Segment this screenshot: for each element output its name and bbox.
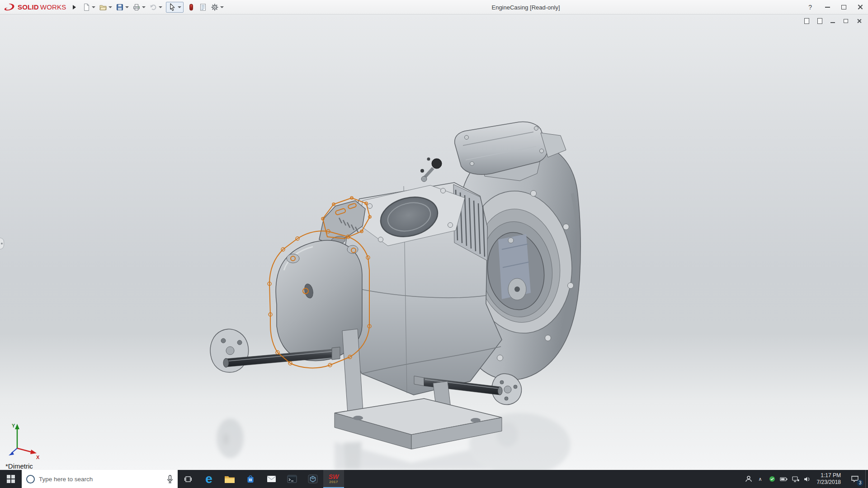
document-window-icon-1[interactable] — [803, 17, 810, 24]
search-input[interactable] — [39, 476, 163, 483]
undo-icon[interactable] — [149, 3, 157, 11]
viewport-3d-model[interactable] — [0, 14, 868, 470]
people-icon — [745, 475, 752, 483]
minimize-button[interactable] — [819, 0, 835, 14]
dassault-systemes-logo-icon — [4, 3, 16, 12]
network-button[interactable] — [790, 470, 802, 488]
system-tray: ∧ — [743, 470, 868, 488]
menu-expand-icon[interactable] — [73, 5, 76, 9]
triad-x-label: X — [36, 455, 40, 459]
solidworks-app-year: 2017 — [329, 480, 338, 484]
new-document-dropdown-icon[interactable] — [92, 6, 95, 8]
print-icon[interactable] — [132, 3, 141, 11]
volume-button[interactable] — [802, 470, 813, 488]
print-dropdown-icon[interactable] — [142, 6, 146, 8]
undo-dropdown-icon[interactable] — [159, 6, 162, 8]
action-center-button[interactable]: 3 — [844, 470, 865, 488]
solidworks-app-icon: SW — [329, 474, 339, 479]
new-document-icon[interactable] — [82, 3, 90, 11]
people-button[interactable] — [743, 470, 755, 488]
rebuild-icon[interactable] — [187, 3, 195, 11]
orientation-triad: Y X — [6, 421, 44, 459]
window-controls: ? — [801, 0, 868, 14]
titlebar: SOLIDWORKS — [0, 0, 868, 14]
folder-icon — [224, 475, 235, 483]
cad-viewer-app-button[interactable] — [302, 470, 323, 488]
options-dropdown-icon[interactable] — [220, 6, 224, 8]
windows-logo-icon — [7, 475, 15, 483]
help-button[interactable]: ? — [801, 4, 819, 11]
edge-icon: e — [205, 473, 212, 485]
doc-minimize-button[interactable] — [829, 17, 836, 24]
speaker-icon — [804, 476, 811, 482]
logo-text-light: WORKS — [40, 3, 66, 11]
clock-date: 7/23/2018 — [817, 479, 841, 486]
doc-close-button[interactable] — [855, 17, 863, 24]
select-dropdown-icon[interactable] — [178, 6, 181, 8]
open-dropdown-icon[interactable] — [108, 6, 112, 8]
document-window-icon-2[interactable] — [816, 17, 823, 24]
view-orientation-label: *Dimetric — [5, 462, 33, 470]
battery-button[interactable] — [778, 470, 790, 488]
start-button[interactable] — [0, 470, 22, 488]
network-icon — [792, 476, 799, 482]
console-app-button[interactable] — [282, 470, 302, 488]
doc-restore-button[interactable] — [842, 17, 849, 24]
microphone-icon[interactable] — [167, 475, 173, 483]
cad-cube-icon — [308, 474, 318, 483]
taskbar-clock[interactable]: 1:17 PM 7/23/2018 — [813, 472, 844, 486]
notification-badge: 3 — [857, 479, 863, 486]
store-bag-icon — [246, 474, 255, 483]
tray-expand-button[interactable]: ∧ — [755, 470, 766, 488]
task-view-icon — [184, 475, 193, 483]
document-window-controls — [803, 17, 863, 24]
file-properties-icon[interactable] — [199, 3, 207, 11]
show-desktop-button[interactable] — [865, 470, 868, 488]
task-view-button[interactable] — [178, 470, 198, 488]
close-button[interactable] — [852, 0, 868, 14]
document-title: EngineCasing [Read-only] — [491, 4, 560, 11]
triad-y-label: Y — [12, 423, 15, 428]
clock-time: 1:17 PM — [817, 472, 841, 479]
cortana-icon — [26, 475, 35, 483]
graphics-area[interactable]: Y X *Dimetric — [0, 14, 868, 470]
select-tool-group[interactable] — [166, 2, 184, 13]
taskbar-search[interactable] — [22, 470, 178, 488]
maximize-button[interactable] — [835, 0, 852, 14]
battery-icon — [780, 477, 788, 481]
solidworks-app-button[interactable]: SW 2017 — [323, 470, 344, 488]
mail-envelope-icon — [267, 475, 276, 483]
windows-taskbar: e SW 2017 — [0, 470, 868, 488]
logo-text-bold: SOLID — [18, 3, 39, 11]
store-app-button[interactable] — [240, 470, 261, 488]
edge-app-button[interactable]: e — [198, 470, 219, 488]
console-window-icon — [287, 475, 297, 483]
file-explorer-button[interactable] — [219, 470, 240, 488]
mail-app-button[interactable] — [261, 470, 282, 488]
save-icon[interactable] — [116, 3, 124, 11]
options-gear-icon[interactable] — [211, 3, 219, 11]
select-cursor-icon[interactable] — [168, 3, 176, 11]
open-icon[interactable] — [99, 3, 107, 11]
menubar-toolbar — [82, 2, 224, 13]
solidworks-logo: SOLIDWORKS — [0, 3, 68, 12]
security-shield-icon — [769, 476, 775, 482]
security-status-button[interactable] — [766, 470, 778, 488]
save-dropdown-icon[interactable] — [125, 6, 129, 8]
